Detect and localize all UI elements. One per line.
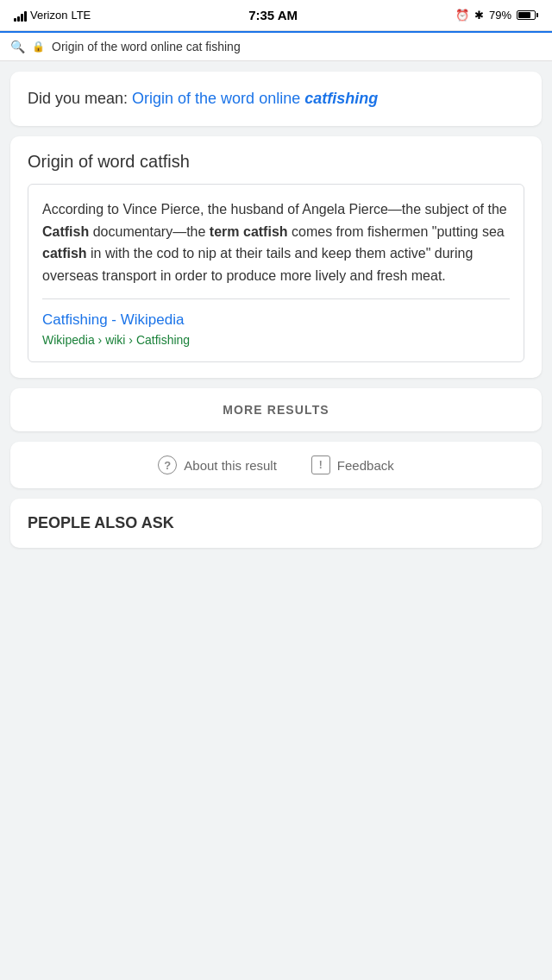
status-left: Verizon LTE (14, 9, 91, 22)
address-bar-url[interactable]: Origin of the word online cat fishing (52, 40, 241, 53)
feedback-button[interactable]: ! Feedback (311, 455, 394, 474)
origin-card: Origin of word catfish According to Vinc… (10, 136, 542, 378)
battery-percent: 79% (489, 9, 511, 22)
did-you-mean-text: Did you mean: Origin of the word online … (28, 87, 524, 110)
about-result-button[interactable]: ? About this result (158, 455, 277, 474)
alarm-icon: ⏰ (455, 9, 469, 22)
more-results-button[interactable]: MORE RESULTS (10, 388, 542, 431)
lock-icon: 🔒 (32, 41, 45, 53)
status-right: ⏰ ✱ 79% (455, 9, 538, 22)
did-you-mean-link[interactable]: Origin of the word online catfishing (132, 90, 378, 107)
wikipedia-link[interactable]: Catfishing - Wikipedia (42, 311, 510, 329)
people-also-ask-card: PEOPLE ALSO ASK (10, 499, 542, 548)
did-you-mean-card: Did you mean: Origin of the word online … (10, 72, 542, 126)
quote-text-4: in with the cod to nip at their tails an… (42, 246, 473, 283)
catfish-bold-1: Catfish (42, 224, 89, 239)
address-bar[interactable]: 🔍 🔒 Origin of the word online cat fishin… (0, 33, 552, 61)
main-content: Did you mean: Origin of the word online … (0, 61, 552, 558)
search-icon: 🔍 (10, 40, 25, 53)
about-feedback-row: ? About this result ! Feedback (10, 442, 542, 488)
quote-text: According to Vince Pierce, the husband o… (42, 198, 510, 286)
wikipedia-breadcrumb: Wikipedia › wiki › Catfishing (42, 333, 190, 347)
did-you-mean-link-text: Origin of the word online (132, 90, 304, 107)
carrier-label: Verizon (30, 9, 67, 22)
quote-text-1: According to Vince Pierce, the husband o… (42, 202, 507, 217)
more-results-label: MORE RESULTS (223, 403, 329, 417)
exclamation-icon: ! (311, 455, 330, 474)
term-bold: term catfish (210, 224, 288, 239)
did-you-mean-prefix: Did you mean: (28, 90, 132, 107)
quote-divider (42, 298, 510, 299)
did-you-mean-bold-italic: catfishing (304, 90, 378, 107)
quote-box: According to Vince Pierce, the husband o… (28, 184, 524, 362)
status-bar: Verizon LTE 7:35 AM ⏰ ✱ 79% (0, 0, 552, 31)
question-circle-icon: ? (158, 455, 177, 474)
quote-text-3: comes from fishermen "putting sea (288, 224, 505, 239)
time-label: 7:35 AM (248, 8, 298, 22)
origin-title: Origin of word catfish (28, 152, 524, 172)
about-result-label: About this result (184, 458, 277, 473)
battery-icon (517, 10, 538, 20)
feedback-label: Feedback (337, 458, 394, 473)
bluetooth-icon: ✱ (474, 9, 484, 22)
network-label: LTE (71, 9, 91, 22)
quote-text-2: documentary—the (89, 224, 210, 239)
catfish-bold-2: catfish (42, 246, 87, 261)
people-also-ask-title: PEOPLE ALSO ASK (28, 514, 524, 532)
signal-bars-icon (14, 9, 27, 22)
